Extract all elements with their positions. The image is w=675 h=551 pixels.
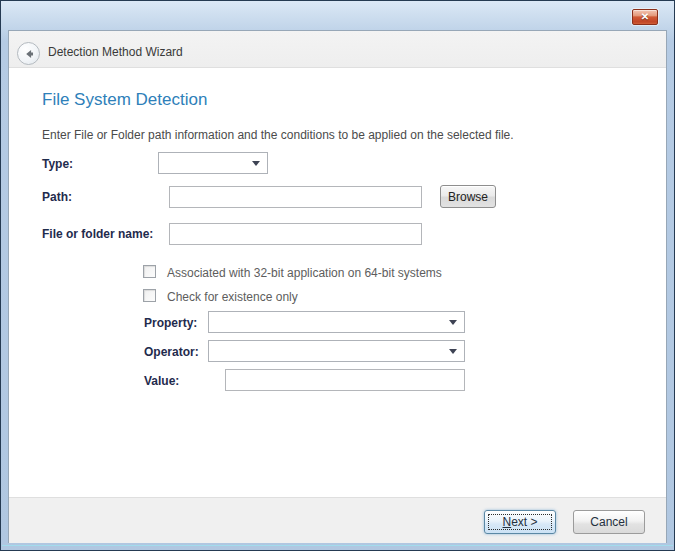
footer-bar <box>9 497 666 543</box>
cancel-button[interactable]: Cancel <box>573 510 645 534</box>
browse-button[interactable]: Browse <box>440 185 496 208</box>
operator-dropdown-value <box>209 341 464 345</box>
check-existence-only-checkbox[interactable] <box>143 289 156 302</box>
wizard-window: ✕ Detection Method Wizard File System De… <box>0 0 675 551</box>
property-dropdown-value <box>209 312 464 316</box>
type-dropdown[interactable] <box>158 152 268 174</box>
property-label: Property: <box>144 316 197 330</box>
close-button[interactable]: ✕ <box>632 9 658 25</box>
value-label: Value: <box>144 374 179 388</box>
type-dropdown-value <box>159 153 267 157</box>
wizard-title: Detection Method Wizard <box>48 45 183 59</box>
next-button-accesskey: N <box>502 515 511 529</box>
next-button[interactable]: Next > <box>484 510 556 534</box>
associated-32bit-checkbox[interactable] <box>143 265 156 278</box>
property-dropdown[interactable] <box>208 311 465 333</box>
frame-bottom-accent <box>2 545 673 546</box>
chevron-down-icon <box>252 161 260 166</box>
path-input[interactable] <box>169 186 422 208</box>
file-or-folder-name-label: File or folder name: <box>42 227 153 241</box>
operator-label: Operator: <box>144 345 199 359</box>
type-label: Type: <box>42 157 73 171</box>
associated-32bit-label: Associated with 32-bit application on 64… <box>167 266 442 280</box>
chevron-down-icon <box>449 320 457 325</box>
path-label: Path: <box>42 190 72 204</box>
chevron-down-icon <box>449 349 457 354</box>
close-icon: ✕ <box>641 12 649 22</box>
file-or-folder-name-input[interactable] <box>169 223 422 245</box>
page-instruction: Enter File or Folder path information an… <box>42 128 514 142</box>
page-title: File System Detection <box>42 90 207 110</box>
operator-dropdown[interactable] <box>208 340 465 362</box>
back-arrow-icon <box>22 47 36 61</box>
value-input[interactable] <box>225 369 465 391</box>
check-existence-only-label: Check for existence only <box>167 290 298 304</box>
next-button-label: ext > <box>511 515 537 529</box>
back-button[interactable] <box>17 42 40 65</box>
